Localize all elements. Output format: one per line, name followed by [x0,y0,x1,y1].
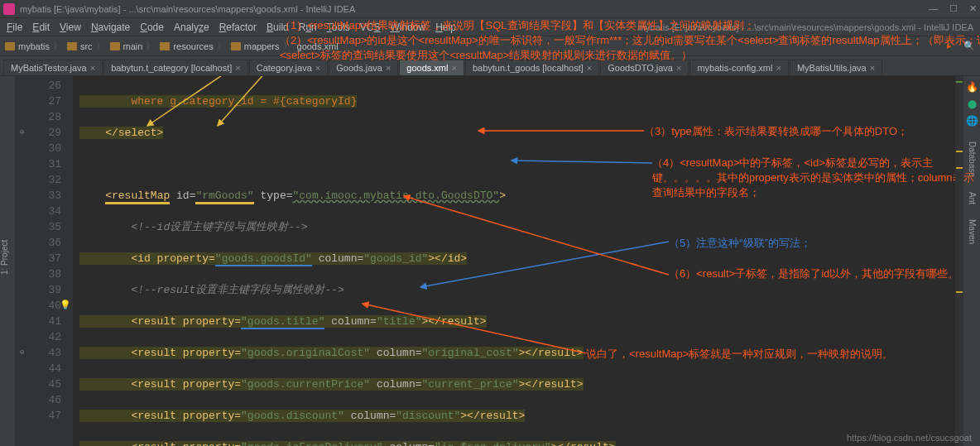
minimize-icon[interactable]: — [929,3,938,14]
window-title: mybatis [E:\java\mybatis] - ...\src\main… [20,4,929,14]
annotation-5: （5）注意这种“级联”的写法； [669,236,967,251]
tab-mybatis-config[interactable]: mybatis-config.xml× [689,60,789,75]
menu-tools[interactable]: Tools [327,22,350,33]
close-icon[interactable]: ✕ [969,3,977,14]
resultmap-open: <resultMap [105,189,170,204]
menu-view[interactable]: View [60,22,81,33]
code-line: </select> [79,127,163,139]
tool-database[interactable]: Database [968,141,977,177]
code-comment: <!--id设置主键字段与属性映射--> [79,221,308,233]
right-tool-strip: 🔥 ⬤ 🌐 Database Ant Maven [963,76,980,446]
annotation-4: （4）<resultMap>中的子标签，<id>标签是必写的，表示主键。。。。。… [652,156,980,201]
titlebar: mybatis [E:\java\mybatis] - ...\src\main… [0,0,980,18]
menu-build[interactable]: Build [267,22,289,33]
bulb-icon[interactable]: 💡 [60,298,71,314]
window-controls: — ☐ ✕ [929,3,977,14]
fold-icon[interactable]: ⊖ [20,125,24,141]
error-stripe[interactable] [955,76,963,446]
watermark: https://blog.csdn.net/csucsgoat [847,433,972,443]
menu-edit[interactable]: Edit [32,22,50,33]
line-gutter: 26 27 28 ⊖29 30 31 32 33 34 35 36 37 38 … [15,76,73,446]
tab-goods-xml[interactable]: goods.xml× [399,60,464,75]
annotation-7: 说白了，<resultMap>标签就是一种对应规则，一种映射的说明。 [586,347,980,362]
tab-mybatisutils[interactable]: MyBatisUtils.java× [790,60,882,75]
menu-refactor[interactable]: Refactor [219,22,257,33]
menubar: File Edit View Navigate Code Analyze Ref… [0,18,980,36]
crumb-mappers[interactable]: mappers〉 [231,40,292,52]
tab-category-java[interactable]: Category.java× [249,60,329,75]
code-area[interactable]: where g.category_id = #{categoryId} </se… [73,76,622,446]
tool-project[interactable]: 1: Project [0,239,9,274]
editor[interactable]: 26 27 28 ⊖29 30 31 32 33 34 35 36 37 38 … [15,76,955,446]
code-line: where g.category_id = #{categoryId} [79,95,357,108]
maximize-icon[interactable]: ☐ [949,3,958,14]
ln: 26 [18,78,61,94]
tool-maven[interactable]: Maven [968,219,977,244]
tab-goodsdto[interactable]: GoodsDTO.java× [600,60,689,75]
menu-analyze[interactable]: Analyze [174,22,209,33]
editor-tabs: MyBatisTestor.java× babytun.t_category [… [0,56,980,76]
fold-icon[interactable]: ⊖ [20,345,24,361]
menu-code[interactable]: Code [140,22,164,33]
tab-babytun-goods[interactable]: babytun.t_goods [localhost]× [465,60,599,75]
titlebar-path: mybatis [E:\java\mybatis] - ...\src\main… [638,22,973,32]
search-icon[interactable]: 🔍 [963,41,975,52]
crumb-project[interactable]: mybatis〉 [5,40,62,52]
tool-ant[interactable]: Ant [968,192,977,204]
menu-run[interactable]: Run [299,22,317,33]
crumb-resources[interactable]: resources〉 [160,40,225,52]
menu-navigate[interactable]: Navigate [91,22,130,33]
left-tool-strip: 1: Project 7: Structure [0,76,15,446]
app-icon [3,3,15,15]
menu-window[interactable]: Window [390,22,425,33]
tab-goods-java[interactable]: Goods.java× [329,60,398,75]
breadcrumb-bar: mybatis〉 src〉 main〉 resources〉 mappers〉 … [0,36,980,56]
crumb-src[interactable]: src〉 [67,40,105,52]
menu-help[interactable]: Help [435,22,456,33]
menu-file[interactable]: File [7,22,22,33]
annotation-6: （6）<result>子标签，是指除了id以外，其他的字段有哪些。 [669,266,980,281]
code-comment: <!--result设置非主键字段与属性映射--> [79,284,344,296]
menu-vcs[interactable]: VCS [360,22,381,33]
tab-babytun-category[interactable]: babytun.t_category [localhost]× [103,60,248,75]
crumb-main[interactable]: main〉 [110,40,156,52]
annotation-3: （3）type属性：表示结果要转换成哪一个具体的DTO； [644,124,975,139]
run-config-icon[interactable]: ▸ [947,41,958,52]
tab-mybatistestor[interactable]: MyBatisTestor.java× [3,60,103,75]
crumb-file[interactable]: goods.xml [297,41,339,51]
